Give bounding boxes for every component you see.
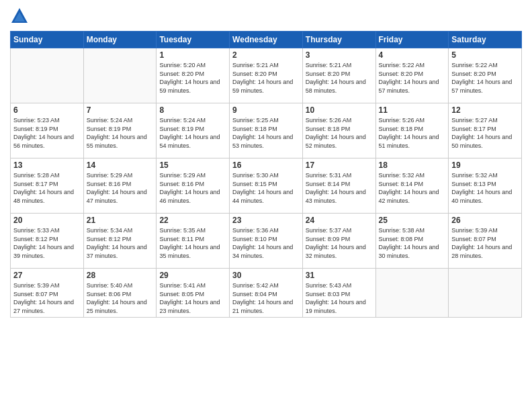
calendar-week-5: 27Sunrise: 5:39 AMSunset: 8:07 PMDayligh… bbox=[11, 269, 522, 318]
calendar-cell: 23Sunrise: 5:36 AMSunset: 8:10 PMDayligh… bbox=[230, 214, 303, 269]
day-info: Sunrise: 5:39 AMSunset: 8:07 PMDaylight:… bbox=[13, 281, 81, 315]
calendar-cell: 6Sunrise: 5:23 AMSunset: 8:19 PMDaylight… bbox=[11, 103, 84, 158]
day-number: 19 bbox=[451, 161, 519, 170]
calendar-week-4: 20Sunrise: 5:33 AMSunset: 8:12 PMDayligh… bbox=[11, 214, 522, 269]
calendar-cell: 15Sunrise: 5:29 AMSunset: 8:16 PMDayligh… bbox=[157, 158, 230, 214]
day-info: Sunrise: 5:29 AMSunset: 8:16 PMDaylight:… bbox=[159, 171, 226, 205]
calendar-cell bbox=[83, 48, 157, 103]
day-number: 22 bbox=[159, 216, 226, 225]
weekday-header-row: SundayMondayTuesdayWednesdayThursdayFrid… bbox=[11, 32, 522, 48]
day-number: 27 bbox=[13, 271, 81, 280]
calendar-cell: 31Sunrise: 5:43 AMSunset: 8:03 PMDayligh… bbox=[302, 269, 375, 318]
calendar-cell: 30Sunrise: 5:42 AMSunset: 8:04 PMDayligh… bbox=[230, 269, 303, 318]
day-number: 31 bbox=[306, 271, 373, 280]
day-number: 8 bbox=[159, 105, 226, 115]
day-number: 5 bbox=[451, 50, 519, 60]
calendar-cell: 25Sunrise: 5:38 AMSunset: 8:08 PMDayligh… bbox=[375, 214, 449, 269]
calendar-cell: 24Sunrise: 5:37 AMSunset: 8:09 PMDayligh… bbox=[302, 214, 375, 269]
day-info: Sunrise: 5:43 AMSunset: 8:03 PMDaylight:… bbox=[306, 281, 373, 315]
calendar-cell: 8Sunrise: 5:24 AMSunset: 8:19 PMDaylight… bbox=[157, 103, 230, 158]
calendar-cell: 17Sunrise: 5:31 AMSunset: 8:14 PMDayligh… bbox=[302, 158, 375, 214]
page: SundayMondayTuesdayWednesdayThursdayFrid… bbox=[0, 0, 532, 411]
calendar-cell: 13Sunrise: 5:28 AMSunset: 8:17 PMDayligh… bbox=[11, 158, 84, 214]
calendar-cell: 21Sunrise: 5:34 AMSunset: 8:12 PMDayligh… bbox=[83, 214, 157, 269]
day-number: 7 bbox=[87, 105, 154, 115]
day-number: 20 bbox=[13, 216, 81, 225]
day-info: Sunrise: 5:41 AMSunset: 8:05 PMDaylight:… bbox=[159, 281, 226, 315]
day-number: 13 bbox=[13, 161, 81, 170]
calendar-cell: 5Sunrise: 5:22 AMSunset: 8:20 PMDaylight… bbox=[449, 48, 522, 103]
calendar-cell: 11Sunrise: 5:26 AMSunset: 8:18 PMDayligh… bbox=[375, 103, 449, 158]
weekday-header-saturday: Saturday bbox=[449, 32, 522, 48]
day-info: Sunrise: 5:40 AMSunset: 8:06 PMDaylight:… bbox=[87, 281, 154, 315]
day-info: Sunrise: 5:22 AMSunset: 8:20 PMDaylight:… bbox=[379, 61, 446, 95]
calendar-cell: 20Sunrise: 5:33 AMSunset: 8:12 PMDayligh… bbox=[11, 214, 84, 269]
day-info: Sunrise: 5:26 AMSunset: 8:18 PMDaylight:… bbox=[306, 116, 373, 150]
day-info: Sunrise: 5:33 AMSunset: 8:12 PMDaylight:… bbox=[13, 226, 81, 260]
day-info: Sunrise: 5:38 AMSunset: 8:08 PMDaylight:… bbox=[379, 226, 446, 260]
day-info: Sunrise: 5:23 AMSunset: 8:19 PMDaylight:… bbox=[13, 116, 81, 150]
calendar-cell: 4Sunrise: 5:22 AMSunset: 8:20 PMDaylight… bbox=[375, 48, 449, 103]
calendar-cell bbox=[11, 48, 84, 103]
calendar-cell: 29Sunrise: 5:41 AMSunset: 8:05 PMDayligh… bbox=[157, 269, 230, 318]
calendar-week-2: 6Sunrise: 5:23 AMSunset: 8:19 PMDaylight… bbox=[11, 103, 522, 158]
day-info: Sunrise: 5:37 AMSunset: 8:09 PMDaylight:… bbox=[306, 226, 373, 260]
day-info: Sunrise: 5:22 AMSunset: 8:20 PMDaylight:… bbox=[451, 61, 519, 95]
logo-icon bbox=[10, 7, 29, 26]
calendar-cell: 14Sunrise: 5:29 AMSunset: 8:16 PMDayligh… bbox=[83, 158, 157, 214]
calendar-cell: 16Sunrise: 5:30 AMSunset: 8:15 PMDayligh… bbox=[230, 158, 303, 214]
day-info: Sunrise: 5:25 AMSunset: 8:18 PMDaylight:… bbox=[232, 116, 300, 150]
day-number: 16 bbox=[232, 161, 300, 170]
day-info: Sunrise: 5:29 AMSunset: 8:16 PMDaylight:… bbox=[87, 171, 154, 205]
day-number: 4 bbox=[379, 50, 446, 60]
calendar-cell bbox=[449, 269, 522, 318]
day-number: 29 bbox=[159, 271, 226, 280]
day-info: Sunrise: 5:27 AMSunset: 8:17 PMDaylight:… bbox=[451, 116, 519, 150]
weekday-header-friday: Friday bbox=[375, 32, 449, 48]
day-info: Sunrise: 5:24 AMSunset: 8:19 PMDaylight:… bbox=[159, 116, 226, 150]
day-number: 6 bbox=[13, 105, 81, 115]
weekday-header-tuesday: Tuesday bbox=[157, 32, 230, 48]
day-info: Sunrise: 5:39 AMSunset: 8:07 PMDaylight:… bbox=[451, 226, 519, 260]
day-number: 14 bbox=[87, 161, 154, 170]
calendar-cell: 9Sunrise: 5:25 AMSunset: 8:18 PMDaylight… bbox=[230, 103, 303, 158]
calendar-cell: 28Sunrise: 5:40 AMSunset: 8:06 PMDayligh… bbox=[83, 269, 157, 318]
day-info: Sunrise: 5:20 AMSunset: 8:20 PMDaylight:… bbox=[159, 61, 226, 95]
day-info: Sunrise: 5:36 AMSunset: 8:10 PMDaylight:… bbox=[232, 226, 300, 260]
weekday-header-thursday: Thursday bbox=[302, 32, 375, 48]
calendar-cell: 27Sunrise: 5:39 AMSunset: 8:07 PMDayligh… bbox=[11, 269, 84, 318]
day-number: 30 bbox=[232, 271, 300, 280]
weekday-header-sunday: Sunday bbox=[11, 32, 84, 48]
calendar-cell: 19Sunrise: 5:32 AMSunset: 8:13 PMDayligh… bbox=[449, 158, 522, 214]
day-info: Sunrise: 5:26 AMSunset: 8:18 PMDaylight:… bbox=[379, 116, 446, 150]
calendar-cell bbox=[375, 269, 449, 318]
day-number: 17 bbox=[306, 161, 373, 170]
day-number: 3 bbox=[306, 50, 373, 60]
weekday-header-monday: Monday bbox=[83, 32, 157, 48]
day-number: 21 bbox=[87, 216, 154, 225]
calendar-cell: 1Sunrise: 5:20 AMSunset: 8:20 PMDaylight… bbox=[157, 48, 230, 103]
day-info: Sunrise: 5:42 AMSunset: 8:04 PMDaylight:… bbox=[232, 281, 300, 315]
calendar-cell: 10Sunrise: 5:26 AMSunset: 8:18 PMDayligh… bbox=[302, 103, 375, 158]
day-number: 11 bbox=[379, 105, 446, 115]
calendar-week-1: 1Sunrise: 5:20 AMSunset: 8:20 PMDaylight… bbox=[11, 48, 522, 103]
day-number: 12 bbox=[451, 105, 519, 115]
calendar-cell: 18Sunrise: 5:32 AMSunset: 8:14 PMDayligh… bbox=[375, 158, 449, 214]
day-number: 24 bbox=[306, 216, 373, 225]
day-info: Sunrise: 5:21 AMSunset: 8:20 PMDaylight:… bbox=[232, 61, 300, 95]
day-info: Sunrise: 5:35 AMSunset: 8:11 PMDaylight:… bbox=[159, 226, 226, 260]
weekday-header-wednesday: Wednesday bbox=[230, 32, 303, 48]
day-info: Sunrise: 5:32 AMSunset: 8:14 PMDaylight:… bbox=[379, 171, 446, 205]
day-number: 15 bbox=[159, 161, 226, 170]
header bbox=[10, 7, 522, 26]
calendar-cell: 2Sunrise: 5:21 AMSunset: 8:20 PMDaylight… bbox=[230, 48, 303, 103]
day-info: Sunrise: 5:32 AMSunset: 8:13 PMDaylight:… bbox=[451, 171, 519, 205]
day-number: 9 bbox=[232, 105, 300, 115]
day-number: 10 bbox=[306, 105, 373, 115]
calendar-cell: 12Sunrise: 5:27 AMSunset: 8:17 PMDayligh… bbox=[449, 103, 522, 158]
day-info: Sunrise: 5:21 AMSunset: 8:20 PMDaylight:… bbox=[306, 61, 373, 95]
day-number: 26 bbox=[451, 216, 519, 225]
day-number: 2 bbox=[232, 50, 300, 60]
day-number: 25 bbox=[379, 216, 446, 225]
day-number: 1 bbox=[159, 50, 226, 60]
